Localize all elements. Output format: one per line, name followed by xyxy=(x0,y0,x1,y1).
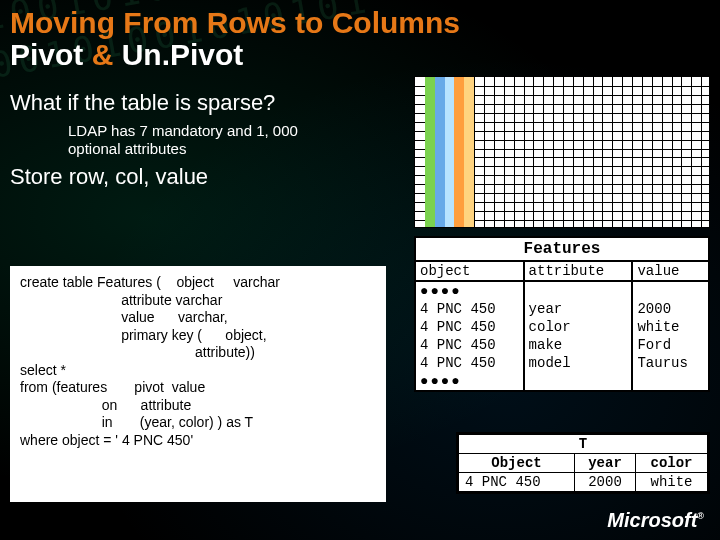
features-header-row: object attribute value xyxy=(416,262,708,281)
features-data-row: 4 PNC 450makeFord xyxy=(416,336,708,354)
features-table: Features object attribute value ●●●●4 PN… xyxy=(414,236,710,392)
t-header-color: color xyxy=(635,454,707,473)
features-header-value: value xyxy=(632,262,708,281)
features-cell xyxy=(632,281,708,300)
bullet-ldap: LDAP has 7 mandatory and 1, 000 optional… xyxy=(68,122,348,158)
features-cell xyxy=(524,372,633,390)
t-table-title: T xyxy=(459,435,708,454)
features-cell: model xyxy=(524,354,633,372)
t-result-table: T Object year color 4 PNC 450 2000 white xyxy=(456,432,710,494)
features-cell: make xyxy=(524,336,633,354)
slide: Moving From Rows to Columns Pivot & Un.P… xyxy=(0,0,720,540)
features-cell xyxy=(632,372,708,390)
features-data-row: ●●●● xyxy=(416,372,708,390)
grid-highlight-column xyxy=(454,77,464,227)
features-cell: white xyxy=(632,318,708,336)
sql-code-block: create table Features ( object varchar a… xyxy=(10,266,386,502)
features-table-title: Features xyxy=(416,238,708,262)
microsoft-logo-text: Microsoft xyxy=(607,509,697,531)
features-data-row: 4 PNC 450colorwhite xyxy=(416,318,708,336)
sparse-grid-graphic xyxy=(414,76,710,228)
features-cell: year xyxy=(524,300,633,318)
t-cell-year: 2000 xyxy=(574,473,635,492)
features-cell: 4 PNC 450 xyxy=(416,354,524,372)
features-cell: 4 PNC 450 xyxy=(416,336,524,354)
features-cell: 2000 xyxy=(632,300,708,318)
grid-highlight-column xyxy=(425,77,435,227)
features-cell: ●●●● xyxy=(416,281,524,300)
title-line-2: Pivot & Un.Pivot xyxy=(10,38,710,72)
grid-highlight-column xyxy=(445,77,455,227)
features-cell: 4 PNC 450 xyxy=(416,300,524,318)
microsoft-logo: Microsoft® xyxy=(607,509,704,532)
t-cell-object: 4 PNC 450 xyxy=(459,473,575,492)
features-cell xyxy=(524,281,633,300)
title-ampersand: & xyxy=(92,38,114,71)
features-cell: 4 PNC 450 xyxy=(416,318,524,336)
title-unpivot: Un.Pivot xyxy=(113,38,243,71)
features-cell: ●●●● xyxy=(416,372,524,390)
features-data-row: 4 PNC 450modelTaurus xyxy=(416,354,708,372)
title-pivot: Pivot xyxy=(10,38,92,71)
t-cell-color: white xyxy=(635,473,707,492)
features-cell: color xyxy=(524,318,633,336)
title-line-1: Moving From Rows to Columns xyxy=(10,6,710,40)
features-header-attribute: attribute xyxy=(524,262,633,281)
grid-highlight-column xyxy=(435,77,445,227)
features-header-object: object xyxy=(416,262,524,281)
features-data-row: 4 PNC 450year2000 xyxy=(416,300,708,318)
features-cell: Taurus xyxy=(632,354,708,372)
t-header-year: year xyxy=(574,454,635,473)
t-header-object: Object xyxy=(459,454,575,473)
t-data-row: 4 PNC 450 2000 white xyxy=(459,473,708,492)
grid-highlight-column xyxy=(464,77,474,227)
features-cell: Ford xyxy=(632,336,708,354)
features-data-row: ●●●● xyxy=(416,281,708,300)
